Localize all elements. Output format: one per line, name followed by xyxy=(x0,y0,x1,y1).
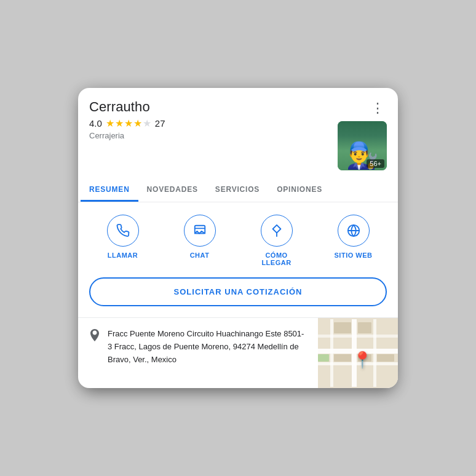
review-count: 27 xyxy=(155,118,165,129)
location-icon xyxy=(89,329,100,346)
tab-opiniones[interactable]: OPINIONES xyxy=(268,179,331,202)
star-rating: ★ ★ ★ ★ ★ xyxy=(106,117,151,129)
llamar-label: LLAMAR xyxy=(108,252,138,259)
svg-rect-14 xyxy=(358,322,371,333)
star-5: ★ xyxy=(143,117,151,129)
business-category: Cerrajeria xyxy=(89,131,331,140)
como-llegar-icon xyxy=(261,215,293,247)
photo-badge: 56+ xyxy=(367,159,384,168)
action-buttons: LLAMAR CHAT xyxy=(78,202,398,276)
header-actions: ⋮ 56+ xyxy=(338,99,387,170)
tab-novedades[interactable]: NOVEDADES xyxy=(138,179,207,202)
tabs-bar: RESUMEN NOVEDADES SERVICIOS OPINIONES xyxy=(78,179,398,202)
sitio-web-label: SITIO WEB xyxy=(335,252,373,259)
como-llegar-label: CÓMO LLEGAR xyxy=(252,252,301,266)
chat-icon xyxy=(184,215,216,247)
quote-section: SOLICITAR UNA COTIZACIÓN xyxy=(78,276,398,317)
tab-resumen[interactable]: RESUMEN xyxy=(81,179,138,202)
business-card: Cerrautho 4.0 ★ ★ ★ ★ ★ 27 Cerrajeria ⋮ xyxy=(78,88,398,388)
star-2: ★ xyxy=(115,117,124,129)
rating-value: 4.0 xyxy=(89,118,102,129)
more-menu-button[interactable]: ⋮ xyxy=(368,99,387,117)
quote-button[interactable]: SOLICITAR UNA COTIZACIÓN xyxy=(89,277,387,306)
chat-label: CHAT xyxy=(190,252,210,259)
address-content: Fracc Puente Moreno Circuito Huachinango… xyxy=(78,318,318,388)
sitio-web-button[interactable]: SITIO WEB xyxy=(329,215,378,266)
svg-rect-15 xyxy=(334,354,351,362)
map-pin: 📍 xyxy=(352,351,372,370)
address-section: Fracc Puente Moreno Circuito Huachinango… xyxy=(78,317,398,388)
card-container: Cerrautho 4.0 ★ ★ ★ ★ ★ 27 Cerrajeria ⋮ xyxy=(78,88,398,388)
business-name: Cerrautho xyxy=(89,99,331,115)
address-text: Fracc Puente Moreno Circuito Huachinango… xyxy=(108,328,308,366)
business-photo: 56+ xyxy=(338,121,387,170)
svg-rect-18 xyxy=(318,354,329,362)
svg-marker-2 xyxy=(272,225,280,233)
como-llegar-button[interactable]: CÓMO LLEGAR xyxy=(252,215,301,266)
rating-row: 4.0 ★ ★ ★ ★ ★ 27 xyxy=(89,117,331,129)
card-header: Cerrautho 4.0 ★ ★ ★ ★ ★ 27 Cerrajeria ⋮ xyxy=(78,88,398,170)
star-4: ★ xyxy=(133,117,142,129)
tab-servicios[interactable]: SERVICIOS xyxy=(207,179,268,202)
llamar-button[interactable]: LLAMAR xyxy=(98,215,148,266)
svg-rect-17 xyxy=(377,354,394,362)
sitio-web-icon xyxy=(338,215,370,247)
header-info: Cerrautho 4.0 ★ ★ ★ ★ ★ 27 Cerrajeria xyxy=(89,99,331,140)
svg-rect-12 xyxy=(318,335,398,338)
svg-rect-13 xyxy=(334,322,351,333)
llamar-icon xyxy=(107,215,139,247)
star-1: ★ xyxy=(106,117,114,129)
chat-button[interactable]: CHAT xyxy=(175,215,224,266)
map-thumbnail[interactable]: 📍 xyxy=(318,318,398,388)
svg-rect-10 xyxy=(330,319,333,387)
svg-rect-11 xyxy=(373,319,376,387)
star-3: ★ xyxy=(124,117,133,129)
